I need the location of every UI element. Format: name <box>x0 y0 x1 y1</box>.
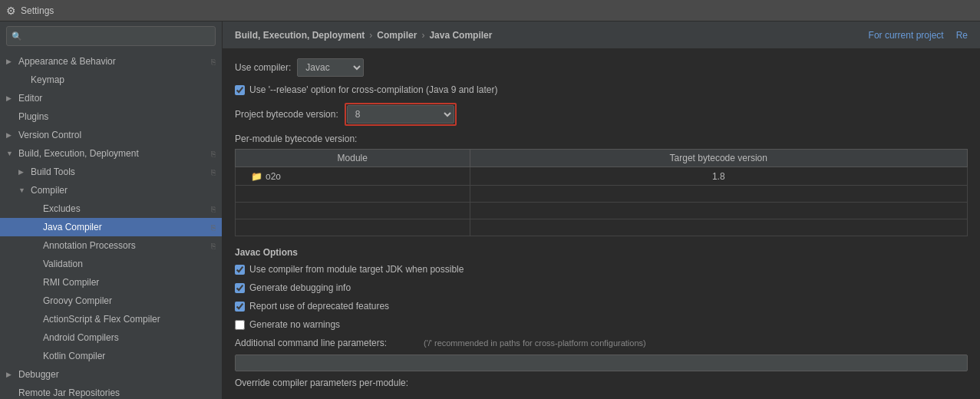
target-bytecode-cell <box>470 186 968 203</box>
javac-option-row-2: Report use of deprecated features <box>235 301 968 312</box>
sidebar-item-label: Keymap <box>31 74 64 85</box>
javac-option-row-0: Use compiler from module target JDK when… <box>235 264 968 275</box>
sidebar-item-annotation-processors[interactable]: Annotation Processors⎘ <box>0 236 222 255</box>
sidebar-item-compiler[interactable]: ▼Compiler <box>0 181 222 200</box>
arrow-icon: ▶ <box>18 168 31 176</box>
sidebar-item-version-control[interactable]: ▶Version Control <box>0 126 222 144</box>
additional-params-label: Additional command line parameters: <box>235 338 411 348</box>
use-compiler-row: Use compiler: Javac Eclipse Ajc <box>235 58 968 77</box>
search-box[interactable]: 🔍 <box>6 26 216 46</box>
breadcrumb-sep1: › <box>369 30 372 41</box>
module-cell: 📁o2o <box>236 167 470 186</box>
sidebar-item-label: Kotlin Compiler <box>43 351 105 361</box>
javac-option-label-2[interactable]: Report use of deprecated features <box>249 301 389 312</box>
sidebar-item-build-tools[interactable]: ▶Build Tools⎘ <box>0 163 222 181</box>
javac-option-checkbox-0[interactable] <box>235 265 245 275</box>
module-cell <box>236 219 470 236</box>
module-cell <box>236 186 470 203</box>
javac-option-checkbox-2[interactable] <box>235 302 245 312</box>
sidebar-item-editor[interactable]: ▶Editor <box>0 89 222 107</box>
sidebar-item-label: Build Tools <box>31 167 75 177</box>
sidebar-item-keymap[interactable]: Keymap <box>0 71 222 89</box>
breadcrumb-part2: Compiler <box>377 30 417 41</box>
arrow-icon: ▼ <box>18 186 31 194</box>
arrow-icon: ▶ <box>6 58 18 65</box>
for-current-project-link[interactable]: For current project <box>869 30 944 41</box>
sidebar-item-remote-jar-repositories[interactable]: Remote Jar Repositories <box>0 384 222 399</box>
sidebar-item-label: RMI Compiler <box>43 277 99 288</box>
main-layout: 🔍 ▶Appearance & Behavior⎘Keymap▶EditorPl… <box>0 21 980 399</box>
sidebar-item-actionscript-flex[interactable]: ActionScript & Flex Compiler <box>0 310 222 328</box>
breadcrumb-part1: Build, Execution, Deployment <box>235 30 365 41</box>
arrow-icon: ▼ <box>6 150 18 157</box>
target-bytecode-cell <box>470 219 968 236</box>
sidebar-item-excludes[interactable]: Excludes⎘ <box>0 200 222 218</box>
sidebar-tree: ▶Appearance & Behavior⎘Keymap▶EditorPlug… <box>0 51 222 399</box>
per-module-label: Per-module bytecode version: <box>235 134 968 144</box>
sidebar-item-appearance-behavior[interactable]: ▶Appearance & Behavior⎘ <box>0 52 222 71</box>
breadcrumb-part3: Java Compiler <box>429 30 492 41</box>
title-bar: ⚙ Settings <box>0 0 980 21</box>
arrow-icon: ▶ <box>6 131 18 139</box>
content-header: Build, Execution, Deployment › Compiler … <box>223 21 980 49</box>
sidebar-item-label: Java Compiler <box>43 222 102 232</box>
content-body: Use compiler: Javac Eclipse Ajc Use '--r… <box>223 49 980 399</box>
sidebar-item-label: Validation <box>43 259 83 269</box>
target-bytecode-cell <box>470 203 968 219</box>
sidebar-item-android-compilers[interactable]: Android Compilers <box>0 328 222 347</box>
table-row <box>236 203 968 219</box>
sidebar-item-rmi-compiler[interactable]: RMI Compiler <box>0 273 222 292</box>
javac-options-title: Javac Options <box>235 247 968 258</box>
target-bytecode-cell: 1.8 <box>470 167 968 186</box>
sidebar-item-groovy-compiler[interactable]: Groovy Compiler <box>0 292 222 310</box>
sidebar-item-debugger[interactable]: ▶Debugger <box>0 365 222 384</box>
javac-option-label-1[interactable]: Generate debugging info <box>249 282 351 293</box>
sidebar-item-label: Appearance & Behavior <box>18 56 116 67</box>
sidebar-item-validation[interactable]: Validation <box>0 255 222 273</box>
sidebar-item-build-execution-deployment[interactable]: ▼Build, Execution, Deployment⎘ <box>0 144 222 163</box>
additional-params-row: Additional command line parameters: ('/'… <box>235 338 968 348</box>
copy-icon: ⎘ <box>211 242 216 250</box>
reset-link[interactable]: Re <box>956 30 968 41</box>
javac-option-checkbox-1[interactable] <box>235 283 245 293</box>
sidebar-item-kotlin-compiler[interactable]: Kotlin Compiler <box>0 347 222 365</box>
arrow-icon: ▶ <box>6 371 18 378</box>
javac-options-section: Javac Options Use compiler from module t… <box>235 247 968 388</box>
table-row <box>236 186 968 203</box>
use-compiler-select[interactable]: Javac Eclipse Ajc <box>297 58 364 77</box>
content-panel: Build, Execution, Deployment › Compiler … <box>223 21 980 399</box>
sidebar-item-java-compiler[interactable]: Java Compiler⎘ <box>0 218 222 236</box>
module-table: Module Target bytecode version 📁o2o1.8 <box>235 149 968 236</box>
copy-icon: ⎘ <box>211 150 216 158</box>
sidebar-item-label: Remote Jar Repositories <box>18 387 120 398</box>
release-option-label[interactable]: Use '--release' option for cross-compila… <box>249 84 497 95</box>
settings-icon: ⚙ <box>6 5 16 17</box>
window-title: Settings <box>21 5 54 16</box>
sidebar-item-label: Editor <box>18 93 42 104</box>
javac-option-label-3[interactable]: Generate no warnings <box>249 319 340 330</box>
sidebar-item-label: Version Control <box>18 130 81 140</box>
sidebar-item-label: Annotation Processors <box>43 240 136 251</box>
javac-option-row-1: Generate debugging info <box>235 282 968 293</box>
copy-icon: ⎘ <box>211 58 216 66</box>
sidebar-item-label: Excludes <box>43 203 81 214</box>
bytecode-version-select[interactable]: 8 11 17 21 <box>347 105 454 124</box>
bytecode-select-wrapper: 8 11 17 21 <box>345 103 457 126</box>
sidebar-item-plugins[interactable]: Plugins <box>0 107 222 126</box>
override-label: Override compiler parameters per-module: <box>235 378 968 388</box>
release-option-checkbox[interactable] <box>235 85 245 95</box>
release-option-row: Use '--release' option for cross-compila… <box>235 84 968 95</box>
sidebar-item-label: Android Compilers <box>43 332 119 343</box>
bytecode-label: Project bytecode version: <box>235 109 338 120</box>
table-row: 📁o2o1.8 <box>236 167 968 186</box>
javac-option-label-0[interactable]: Use compiler from module target JDK when… <box>249 264 464 275</box>
breadcrumb-sep2: › <box>421 30 424 41</box>
copy-icon: ⎘ <box>211 168 216 176</box>
additional-params-input[interactable] <box>235 354 968 371</box>
search-input[interactable] <box>25 31 210 41</box>
javac-option-checkbox-3[interactable] <box>235 320 245 330</box>
arrow-icon: ▶ <box>6 94 18 102</box>
sidebar-item-label: Build, Execution, Deployment <box>18 148 139 159</box>
copy-icon: ⎘ <box>211 223 216 232</box>
sidebar-item-label: Debugger <box>18 369 59 380</box>
